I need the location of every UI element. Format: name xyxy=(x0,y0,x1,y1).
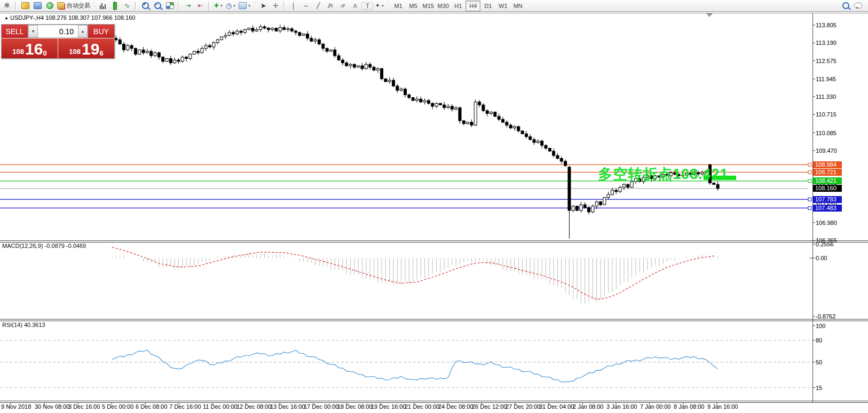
price-axis-label: 113.805 xyxy=(816,22,837,28)
date-axis-label: 12 Dec 08:00 xyxy=(236,403,271,410)
buy-price-button[interactable]: 108196 xyxy=(58,38,114,58)
date-axis-label: 27 Dec 20:00 xyxy=(506,403,540,410)
price-axis-label: 113.190 xyxy=(816,40,837,46)
macd-axis-label: 0.00 xyxy=(816,255,827,261)
date-axis-label: 24 Dec 08:00 xyxy=(438,403,473,410)
date-axis-label: 5 Dec 00:00 xyxy=(102,403,133,410)
price-axis-label: 109.470 xyxy=(816,147,837,154)
date-axis-label: 17 Dec 00:00 xyxy=(304,403,338,410)
sell-price-figure: 108 xyxy=(12,48,24,56)
sell-price-button[interactable]: 108160 xyxy=(2,38,58,58)
price-level-label: 108.160 xyxy=(813,185,842,192)
date-axis-label: 19 Dec 16:00 xyxy=(371,403,406,410)
sell-button[interactable]: SELL xyxy=(2,25,28,38)
price-axis-label: 110.715 xyxy=(816,111,837,118)
macd-indicator-label: MACD(12,26,9) -0.0879 -0.0469 xyxy=(2,243,86,249)
rsi-axis-label: 80 xyxy=(816,337,822,344)
price-level-label: 108.984 xyxy=(813,161,842,168)
volume-decrease-button[interactable]: ▼ xyxy=(28,25,38,37)
rsi-axis-label: 100 xyxy=(816,323,825,329)
sell-price-pips: 16 xyxy=(25,41,43,57)
buy-button[interactable]: BUY xyxy=(88,25,114,38)
price-axis-label: 112.575 xyxy=(816,58,837,64)
macd-axis-label: 0.2556 xyxy=(816,241,834,247)
date-axis-label: 7 Jan 00:00 xyxy=(640,403,671,410)
rsi-indicator-label: RSI(14) 40.3613 xyxy=(2,322,45,328)
price-level-label: 107.783 xyxy=(813,196,842,203)
date-axis-label: 2 Jan 08:00 xyxy=(573,403,604,410)
date-axis-label: 6 Dec 08:00 xyxy=(136,403,167,410)
pivot-annotation: 多空转折点108.421 xyxy=(598,165,729,184)
rsi-axis-label: 50 xyxy=(816,359,822,365)
sell-price-point: 0 xyxy=(43,49,46,57)
mt4-terminal: 单 自动交易 ∿ + − ⇥ ⇤ ✚▼ ◷▼ ▼ ➤ ✛ │ ─ ╱ ⫽E ≡F… xyxy=(0,0,868,413)
date-axis-label: 8 Jan 08:00 xyxy=(674,403,705,410)
date-axis-label: 3 Jan 16:00 xyxy=(606,403,637,410)
date-axis-label: 3 Dec 16:00 xyxy=(68,403,100,410)
price-axis-label: 110.085 xyxy=(816,130,837,136)
volume-increase-button[interactable]: ▲ xyxy=(78,25,88,37)
macd-axis-label: -0.8762 xyxy=(816,313,835,320)
date-axis-label: 21 Dec 00:00 xyxy=(405,403,439,410)
date-axis-label: 9 Jan 16:00 xyxy=(707,403,738,410)
buy-price-point: 6 xyxy=(99,49,103,57)
symbol-marker-icon: ▲ xyxy=(4,15,9,20)
price-axis-label: 111.945 xyxy=(816,76,836,82)
volume-spinner: ▼ 0.10 ▲ xyxy=(28,25,88,38)
date-axis-label: 18 Dec 08:00 xyxy=(337,403,372,410)
current-bar-marker-icon xyxy=(706,13,713,20)
price-axis-label: 111.330 xyxy=(816,93,836,100)
date-axis-label: 9 Nov 2018 xyxy=(1,403,31,410)
one-click-trading-panel: SELL ▼ 0.10 ▲ BUY 108160 108196 xyxy=(1,24,115,59)
chart-title: ▲ USDJPY-,H4 108.276 108.307 107.966 108… xyxy=(4,14,135,21)
buy-price-figure: 108 xyxy=(69,48,81,56)
price-level-label: 108.721 xyxy=(813,169,842,176)
chart-canvas[interactable] xyxy=(0,0,868,413)
date-axis-label: 31 Dec 04:00 xyxy=(539,403,574,410)
buy-price-pips: 19 xyxy=(82,41,99,57)
volume-input[interactable]: 0.10 xyxy=(38,25,78,37)
rsi-axis-label: 15 xyxy=(816,385,822,391)
date-axis-label: 30 Nov 08:00 xyxy=(35,403,69,410)
date-axis-label: 7 Dec 16:00 xyxy=(169,403,201,410)
date-axis-label: 26 Dec 12:00 xyxy=(472,403,507,410)
price-axis-label: 106.980 xyxy=(816,220,837,226)
price-level-label: 107.483 xyxy=(813,205,842,212)
date-axis-label: 13 Dec 16:00 xyxy=(270,403,305,410)
price-level-label: 108.421 xyxy=(813,177,842,184)
date-axis-label: 11 Dec 00:00 xyxy=(203,403,238,410)
